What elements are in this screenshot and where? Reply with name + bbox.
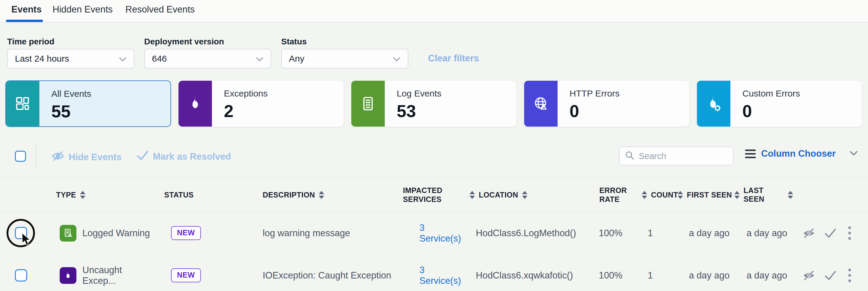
log-document-icon [351,81,385,126]
deployment-version-value: 646 [152,53,167,64]
chevron-down-icon [119,53,127,64]
status-select[interactable]: Any [281,49,408,69]
card-http-errors[interactable]: HTTP Errors 0 [524,80,689,127]
table-header-row: TYPE STATUS DESCRIPTION IMPACTED SERVICE… [0,178,868,212]
resolve-check-icon[interactable] [825,228,836,239]
deployment-version-select[interactable]: 646 [144,49,271,69]
column-label: COUNT [651,191,678,199]
column-chooser-button[interactable]: Column Chooser [745,148,858,159]
row-checkbox-cell [0,227,45,239]
card-log-events[interactable]: Log Events 53 [351,80,517,127]
tab-events[interactable]: Events [11,4,42,15]
services-link[interactable]: 3 Service(s) [420,222,461,244]
active-tab-indicator [6,20,43,22]
impacted-services-cell: 3 Service(s) [397,222,466,244]
status-value: Any [289,53,305,64]
kebab-menu-icon[interactable] [845,267,854,283]
clear-filters-button[interactable]: Clear filters [428,53,479,64]
card-value: 0 [742,101,800,121]
status-label: Status [281,37,307,46]
search-input[interactable] [639,151,728,161]
row-checkbox[interactable] [15,227,27,239]
card-label: Exceptions [224,88,268,99]
card-value: 55 [51,101,91,121]
status-cell: NEW [155,226,254,240]
kebab-menu-icon[interactable] [845,225,854,241]
chevron-down-icon [256,53,264,64]
row-checkbox-cell [0,269,45,282]
sort-icon[interactable] [678,191,683,199]
sort-icon[interactable] [319,191,324,199]
column-header-type[interactable]: TYPE [45,191,155,199]
hide-events-button[interactable]: Hide Events [51,150,122,165]
sort-icon[interactable] [522,191,527,199]
hide-events-label: Hide Events [69,152,122,162]
flame-icon [179,81,212,126]
select-all-checkbox[interactable] [15,151,26,162]
card-label: HTTP Errors [569,88,620,99]
column-header-count[interactable]: COUNT [642,191,678,199]
card-label: All Events [51,89,91,99]
resolve-check-icon[interactable] [825,270,836,281]
search-box [619,147,734,166]
location-cell: HodClass6.LogMethod() [466,228,597,239]
card-custom-errors[interactable]: Custom Errors 0 [697,80,862,127]
column-chooser-label: Column Chooser [761,148,836,159]
column-header-status[interactable]: STATUS [155,191,254,199]
tab-resolved-events[interactable]: Resolved Events [125,4,195,15]
events-table: TYPE STATUS DESCRIPTION IMPACTED SERVICE… [0,178,868,291]
sort-icon[interactable] [469,191,475,199]
flame-gear-icon [697,81,731,126]
column-header-description[interactable]: DESCRIPTION [254,191,397,199]
services-link[interactable]: 3 Service(s) [420,265,461,286]
column-label: DESCRIPTION [263,191,315,199]
card-label: Custom Errors [742,88,800,99]
sort-icon[interactable] [788,191,793,199]
uncaught-exception-icon [60,267,76,284]
column-header-location[interactable]: LOCATION [466,191,597,199]
card-all-events[interactable]: All Events 55 [5,80,171,127]
search-icon [625,151,634,161]
table-row[interactable]: Logged Warning NEW log warning message 3… [0,212,868,254]
tab-bar: Events Hidden Events Resolved Events [0,0,868,23]
table-toolbar: Hide Events Mark as Resolved Column Choo… [0,144,868,172]
eye-slash-icon[interactable] [802,269,815,282]
column-header-error-rate[interactable]: ERROR RATE [597,186,642,204]
first-seen-cell: a day ago [678,228,734,239]
eye-slash-icon[interactable] [802,227,815,239]
row-checkbox[interactable] [15,269,27,282]
status-badge: NEW [171,226,201,240]
table-row[interactable]: Uncaught Excep... NEW IOException: Caugh… [0,254,868,291]
column-label: FIRST SEEN [687,191,732,199]
card-exceptions[interactable]: Exceptions 2 [178,80,344,127]
card-value: 53 [397,101,441,121]
column-header-last-seen[interactable]: LAST SEEN [734,186,797,204]
column-label: LAST SEEN [744,186,784,204]
last-seen-cell: a day ago [734,228,797,239]
card-value: 0 [569,101,620,121]
sort-icon[interactable] [642,191,647,199]
time-period-value: Last 24 hours [15,53,69,64]
divider [36,145,36,168]
column-header-impacted-services[interactable]: IMPACTED SERVICES [397,186,466,204]
time-period-select[interactable]: Last 24 hours [7,49,134,69]
chevron-down-icon [393,53,401,64]
check-icon [137,150,149,163]
eye-slash-icon [51,150,64,165]
event-type-label: Uncaught Excep... [82,265,155,286]
card-label: Log Events [397,88,441,99]
column-header-first-seen[interactable]: FIRST SEEN [678,191,734,199]
column-label: ERROR RATE [599,186,642,204]
mark-as-resolved-button[interactable]: Mark as Resolved [137,150,231,163]
description-cell: IOException: Caught Exception [254,270,397,281]
last-seen-cell: a day ago [734,270,797,281]
sort-icon[interactable] [80,191,85,199]
count-cell: 1 [642,270,678,281]
column-label: LOCATION [479,191,518,199]
sort-icon[interactable] [734,191,740,199]
status-badge: NEW [171,268,201,282]
dashboard-grid-icon [6,81,39,126]
logged-warning-icon [60,225,76,242]
time-period-label: Time period [7,37,54,46]
tab-hidden-events[interactable]: Hidden Events [53,4,113,15]
